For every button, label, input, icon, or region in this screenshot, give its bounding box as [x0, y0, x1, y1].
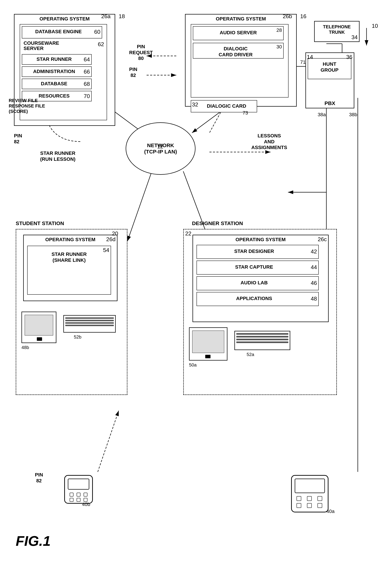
svg-rect-20 [68, 479, 89, 489]
keyboard-52a-label: 52a [247, 352, 254, 357]
diagram: OPERATING SYSTEM DATABASE ENGINE 60 COUR… [0, 0, 392, 561]
designer-station-number: 22 [185, 230, 191, 237]
phone-40a [288, 472, 332, 516]
designer-os-label: OPERATING SYSTEM [193, 237, 328, 243]
line-38a: 38a [318, 112, 326, 118]
line-71: 71 [300, 59, 306, 65]
star-designer-label: STAR DESIGNER [199, 248, 309, 254]
student-os-box: OPERATING SYSTEM 26d 54 STAR RUNNER(SHAR… [23, 235, 117, 301]
keyboard-52a [234, 331, 290, 350]
student-os-number: 26d [106, 236, 115, 243]
svg-rect-26 [84, 498, 87, 502]
hunt-group-box: HUNTGROUP [308, 58, 351, 79]
star-runner-annotation: STAR RUNNER(RUN LESSON) [40, 150, 75, 162]
svg-rect-23 [84, 493, 87, 496]
dialogic-card-ref: 32 [192, 101, 198, 108]
pbx-number: 14 [307, 54, 313, 60]
courseware-label: COURSEWARE [22, 40, 107, 46]
audio-server-box: AUDIO SERVER 28 [193, 26, 284, 40]
star-designer-box: STAR DESIGNER 42 [196, 245, 319, 259]
dialogic-driver-box: DIALOGICCARD DRIVER 30 [193, 43, 284, 59]
monitor-48b-label: 48b [21, 345, 29, 350]
phone-40a-label: 40a [326, 508, 335, 514]
audio-server-number: 28 [277, 27, 282, 33]
pin-82-phone: PIN82 [35, 472, 43, 484]
server-26b-os-label: OPERATING SYSTEM [186, 16, 296, 22]
star-capture-box: STAR CAPTURE 44 [196, 260, 319, 275]
star-runner-label: STAR RUNNER [24, 56, 84, 62]
hunt-group-label: HUNTGROUP [308, 61, 351, 73]
svg-rect-25 [77, 498, 80, 502]
svg-rect-22 [77, 493, 80, 496]
lessons-assignments-label: LESSONSANDASSIGNMENTS [251, 133, 287, 151]
student-station-number: 20 [112, 230, 118, 237]
line-38b: 38b [349, 112, 357, 118]
svg-rect-33 [307, 503, 311, 508]
student-star-runner-label: STAR RUNNER(SHARE LINK) [28, 251, 111, 263]
telephone-trunk-box: TELEPHONETRUNK 34 [314, 21, 360, 42]
student-station-title: STUDENT STATION [16, 220, 64, 227]
server-26a-number: 26a [101, 13, 111, 20]
server-26b-number: 26b [283, 13, 292, 20]
courseware-number: 62 [98, 41, 104, 48]
svg-rect-31 [318, 496, 322, 501]
number-18: 18 [119, 13, 125, 20]
svg-rect-34 [318, 503, 322, 508]
designer-station-title: DESIGNER STATION [192, 220, 243, 227]
monitor-48b [21, 312, 56, 343]
phone-40b [61, 472, 96, 507]
hunt-group-number: 36 [346, 54, 352, 60]
star-runner-box: STAR RUNNER 64 [22, 54, 92, 65]
star-capture-number: 44 [311, 264, 317, 270]
audio-lab-label: AUDIO LAB [199, 280, 309, 286]
audio-server-label: AUDIO SERVER [195, 30, 281, 36]
admin-box: ADMINISTRATION 66 [22, 66, 92, 77]
network-number: 12 [157, 143, 163, 150]
svg-rect-27 [291, 475, 328, 512]
server-26b-inner: AUDIO SERVER 28 DIALOGICCARD DRIVER 30 [191, 24, 289, 97]
dialogic-driver-number: 30 [277, 44, 282, 50]
pbx-label: PBX [306, 100, 354, 107]
audio-lab-number: 46 [311, 280, 317, 286]
phone-40b-label: 40b [82, 502, 90, 507]
svg-line-6 [127, 171, 152, 241]
student-os-label: OPERATING SYSTEM [24, 237, 117, 243]
database-box: DATABASE 68 [22, 79, 92, 89]
svg-rect-28 [295, 479, 325, 493]
keyboard-52b [63, 315, 116, 333]
monitor-50a-label: 50a [189, 362, 196, 368]
svg-rect-29 [297, 496, 301, 501]
svg-line-17 [98, 411, 119, 472]
fig-label: FIG.1 [16, 533, 51, 549]
svg-rect-30 [307, 496, 311, 501]
svg-rect-21 [70, 493, 73, 496]
monitor-50a [189, 327, 227, 361]
resources-number: 70 [84, 93, 90, 99]
db-engine-box: DATABASE ENGINE 60 [22, 26, 102, 38]
number-10: 10 [372, 23, 378, 29]
database-label: DATABASE [24, 81, 84, 87]
number-16: 16 [300, 13, 307, 20]
pbx-outer: HUNTGROUP 36 PBX 14 [305, 53, 354, 108]
telephone-trunk-label: TELEPHONETRUNK [315, 24, 359, 35]
dialogic-driver-label: DIALOGICCARD DRIVER [195, 46, 276, 57]
star-designer-number: 42 [311, 248, 317, 255]
svg-rect-24 [70, 498, 73, 502]
telephone-trunk-number: 34 [351, 34, 358, 41]
star-runner-number: 64 [84, 56, 90, 63]
designer-station-outer: OPERATING SYSTEM 26c STAR DESIGNER 42 ST… [183, 229, 337, 395]
pin-request-label: PINREQUEST80 [129, 44, 153, 61]
courseware-label2: SERVER [22, 45, 107, 51]
applications-number: 48 [311, 296, 317, 302]
db-engine-number: 60 [94, 29, 100, 35]
admin-label: ADMINISTRATION [24, 68, 84, 75]
student-station-outer: OPERATING SYSTEM 26d 54 STAR RUNNER(SHAR… [16, 229, 127, 395]
designer-os-box: OPERATING SYSTEM 26c STAR DESIGNER 42 ST… [193, 235, 329, 322]
audio-lab-box: AUDIO LAB 46 [196, 276, 319, 290]
server-26b-outer: OPERATING SYSTEM AUDIO SERVER 28 DIALOGI… [185, 14, 297, 107]
svg-rect-32 [297, 503, 301, 508]
designer-os-number: 26c [318, 236, 327, 243]
database-number: 68 [84, 81, 90, 87]
star-capture-label: STAR CAPTURE [199, 264, 309, 270]
dialogic-card-label: DIALOGIC CARD [198, 103, 255, 109]
